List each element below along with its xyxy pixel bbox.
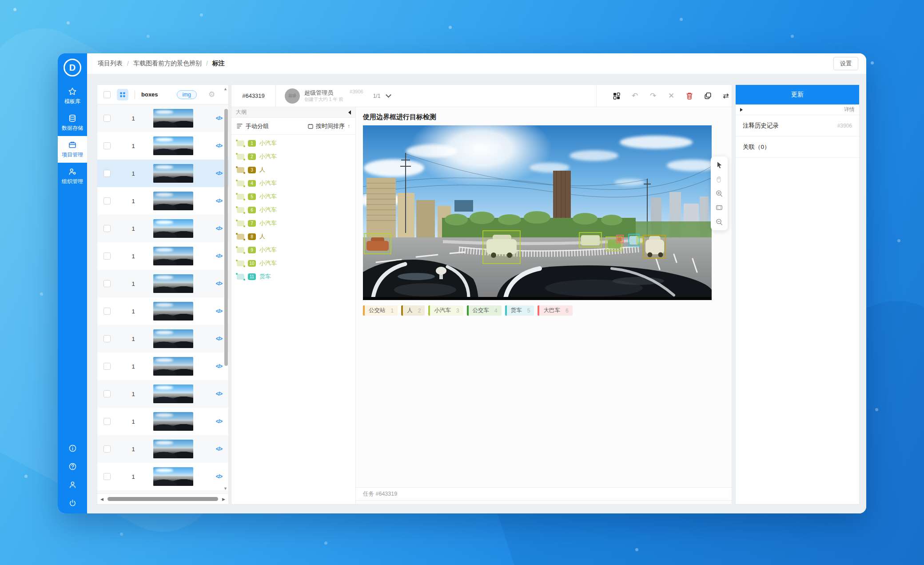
- code-icon[interactable]: </>: [216, 253, 222, 259]
- info-icon[interactable]: [68, 444, 77, 453]
- row-checkbox[interactable]: [104, 225, 111, 232]
- code-icon[interactable]: </>: [216, 363, 222, 369]
- close-icon[interactable]: ✕: [665, 90, 677, 102]
- code-icon[interactable]: </>: [216, 198, 222, 204]
- sidebar-item[interactable]: 数据存储: [58, 109, 87, 136]
- row-thumbnail[interactable]: [153, 440, 193, 458]
- breadcrumb-project-name[interactable]: 车载图看前方的景色辨别: [133, 60, 202, 68]
- region-item[interactable]: 9 小汽车: [231, 243, 355, 256]
- row-thumbnail[interactable]: [153, 247, 193, 265]
- code-icon[interactable]: </>: [216, 225, 222, 232]
- update-button[interactable]: 更新: [736, 85, 859, 104]
- row-thumbnail[interactable]: [153, 357, 193, 376]
- task-row[interactable]: 1 </>: [97, 435, 228, 463]
- zoom-out-button[interactable]: [713, 216, 725, 228]
- region-item[interactable]: 6 小汽车: [231, 203, 355, 216]
- gear-icon[interactable]: ⚙: [208, 90, 215, 99]
- row-thumbnail[interactable]: [153, 219, 193, 238]
- select-all-checkbox[interactable]: [104, 91, 111, 98]
- row-thumbnail[interactable]: [153, 164, 193, 183]
- region-item[interactable]: 10 小汽车: [231, 256, 355, 270]
- region-item[interactable]: 11 货车: [231, 270, 355, 283]
- task-row[interactable]: 1 </>: [97, 270, 228, 297]
- label-chip[interactable]: 人 2: [401, 305, 425, 316]
- row-checkbox[interactable]: [104, 418, 111, 425]
- row-thumbnail[interactable]: [153, 329, 193, 348]
- task-row[interactable]: 1 </>: [97, 490, 228, 493]
- code-icon[interactable]: </>: [216, 391, 222, 397]
- user-icon[interactable]: [68, 481, 77, 489]
- region-item[interactable]: 8 人: [231, 230, 355, 243]
- select-tool-button[interactable]: [713, 159, 725, 171]
- grid-view-button[interactable]: [117, 89, 128, 100]
- scroll-up-arrow[interactable]: ▲: [223, 87, 227, 91]
- task-row[interactable]: 1 </>: [97, 297, 228, 325]
- row-thumbnail[interactable]: [153, 136, 193, 155]
- task-row[interactable]: 1 </>: [97, 242, 228, 270]
- row-thumbnail[interactable]: [153, 467, 193, 486]
- row-thumbnail[interactable]: [153, 302, 193, 321]
- transfer-button[interactable]: ⇄: [720, 90, 732, 102]
- row-checkbox[interactable]: [104, 197, 111, 204]
- code-icon[interactable]: </>: [216, 115, 222, 121]
- task-row[interactable]: 1 </>: [97, 132, 228, 160]
- task-row[interactable]: 1 </>: [97, 353, 228, 380]
- region-item[interactable]: 2 小汽车: [231, 150, 355, 163]
- settings-button[interactable]: 设置: [833, 57, 858, 70]
- task-row[interactable]: 1 </>: [97, 325, 228, 353]
- code-icon[interactable]: </>: [216, 473, 222, 480]
- code-icon[interactable]: </>: [216, 336, 222, 342]
- region-item[interactable]: 5 小汽车: [231, 190, 355, 203]
- manual-group-label[interactable]: 手动分组: [246, 122, 269, 130]
- chevron-down-icon[interactable]: [386, 92, 392, 98]
- view-grid-button[interactable]: [611, 90, 622, 102]
- task-row[interactable]: 1 </>: [97, 380, 228, 408]
- sidebar-item[interactable]: 模板库: [58, 83, 87, 109]
- row-checkbox[interactable]: [104, 252, 111, 260]
- label-chip[interactable]: 小汽车 3: [428, 305, 463, 316]
- row-thumbnail[interactable]: [153, 192, 193, 210]
- row-checkbox[interactable]: [104, 308, 111, 315]
- copy-button[interactable]: [702, 90, 713, 102]
- row-checkbox[interactable]: [104, 280, 111, 287]
- zoom-in-button[interactable]: [713, 187, 725, 200]
- row-thumbnail[interactable]: [153, 109, 193, 128]
- task-row[interactable]: 1 </>: [97, 160, 228, 187]
- breadcrumb-projects[interactable]: 项目列表: [98, 60, 123, 68]
- row-checkbox[interactable]: [104, 363, 111, 370]
- row-checkbox[interactable]: [104, 473, 111, 480]
- details-label[interactable]: 详情: [844, 106, 855, 113]
- column-header-boxes[interactable]: boxes: [141, 91, 158, 98]
- row-thumbnail[interactable]: [153, 385, 193, 403]
- scroll-left-arrow[interactable]: ◀: [97, 497, 107, 501]
- region-item[interactable]: 1 小汽车: [231, 136, 355, 150]
- collapse-icon[interactable]: [348, 110, 351, 115]
- task-row[interactable]: 1 </>: [97, 408, 228, 435]
- scroll-down-arrow[interactable]: ▼: [223, 486, 227, 491]
- play-icon[interactable]: [740, 108, 743, 112]
- row-thumbnail[interactable]: [153, 412, 193, 431]
- horizontal-scrollbar-thumb[interactable]: [108, 497, 218, 501]
- sort-by-time[interactable]: 按时间排序 ↑: [308, 122, 350, 130]
- code-icon[interactable]: </>: [216, 418, 222, 425]
- img-type-tag[interactable]: img: [177, 90, 197, 99]
- row-checkbox[interactable]: [104, 390, 111, 397]
- code-icon[interactable]: </>: [216, 280, 222, 287]
- label-chip[interactable]: 公交站 1: [363, 305, 398, 316]
- avatar[interactable]: 超级: [285, 88, 300, 104]
- region-item[interactable]: 7 小汽车: [231, 216, 355, 230]
- undo-button[interactable]: ↶: [629, 90, 641, 102]
- panorama-image[interactable]: [363, 125, 712, 300]
- vertical-scrollbar-thumb[interactable]: [224, 109, 228, 366]
- row-checkbox[interactable]: [104, 335, 111, 342]
- scroll-right-arrow[interactable]: ▶: [219, 497, 228, 501]
- task-row[interactable]: 1 </>: [97, 215, 228, 242]
- task-row[interactable]: 1 </>: [97, 187, 228, 215]
- row-checkbox[interactable]: [104, 115, 111, 122]
- row-checkbox[interactable]: [104, 170, 111, 177]
- pan-tool-button[interactable]: [713, 173, 725, 185]
- redo-button[interactable]: ↷: [647, 90, 659, 102]
- task-row[interactable]: 1 </>: [97, 463, 228, 490]
- code-icon[interactable]: </>: [216, 308, 222, 314]
- sidebar-item[interactable]: 项目管理: [58, 136, 87, 163]
